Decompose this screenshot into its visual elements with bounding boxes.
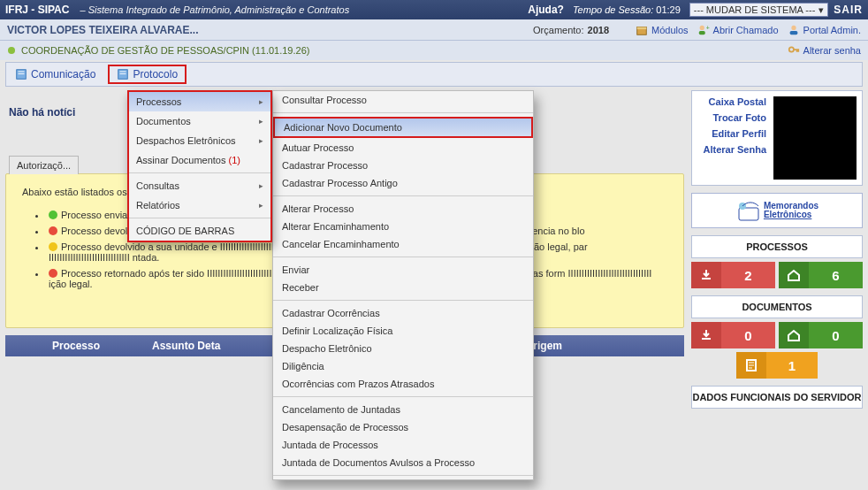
svg-text:+: + xyxy=(705,25,709,31)
mi-despacho-eletronico[interactable]: Despacho Eletrônico xyxy=(273,340,533,357)
book-icon xyxy=(15,68,27,80)
help-link[interactable]: Ajuda? xyxy=(528,4,564,16)
mi-cancelamento-juntadas[interactable]: Cancelamento de Juntadas xyxy=(273,401,533,418)
home-icon xyxy=(779,322,809,348)
mi-receber[interactable]: Receber xyxy=(273,279,533,296)
link-editar-perfil[interactable]: Editar Perfil xyxy=(697,128,766,139)
link-caixa-postal[interactable]: Caixa Postal xyxy=(697,96,766,107)
home-icon xyxy=(779,262,809,288)
modules-link[interactable]: Módulos xyxy=(636,24,689,36)
chevron-right-icon: ▸ xyxy=(259,97,263,106)
key-icon xyxy=(788,43,800,57)
status-dot-red2-icon xyxy=(49,269,57,278)
submenu-relatorios[interactable]: Relatórios▸ xyxy=(129,195,270,215)
protocolo-submenu: Processos▸ Documentos▸ Despachos Eletrôn… xyxy=(127,90,272,242)
submenu-despachos[interactable]: Despachos Eletrônicos▸ xyxy=(129,131,270,150)
mi-alterar-processo[interactable]: Alterar Processo xyxy=(273,200,533,218)
logout-link[interactable]: SAIR xyxy=(834,4,863,16)
svg-rect-10 xyxy=(19,72,25,73)
svg-point-5 xyxy=(791,25,796,29)
svg-rect-11 xyxy=(19,73,25,74)
chevron-right-icon: ▸ xyxy=(259,117,263,126)
svg-rect-14 xyxy=(120,73,126,74)
mi-juntada-processos[interactable]: Juntada de Processos xyxy=(273,436,533,454)
menu-comunicacao[interactable]: Comunicação xyxy=(8,66,103,82)
svg-rect-1 xyxy=(637,27,647,29)
stat-processes-home[interactable]: 6 xyxy=(779,262,863,288)
session-label: Tempo de Sessão: 01:29 xyxy=(573,4,681,15)
user-plus-icon: + xyxy=(697,24,710,36)
brand-label: IFRJ - SIPAC xyxy=(5,4,69,16)
memorandos-box[interactable]: Memorandos Eletrônicos xyxy=(691,193,863,228)
processos-submenu: Consultar Processo Adicionar Novo Docume… xyxy=(272,90,534,480)
top-bar: IFRJ - SIPAC – Sistema Integrado de Patr… xyxy=(0,0,868,19)
subheader-user: VICTOR LOPES TEIXEIRA ALVARAE... Orçamen… xyxy=(0,19,868,41)
system-switch-dropdown[interactable]: --- MUDAR DE SISTEMA --- ▾ xyxy=(689,3,829,17)
mi-ocorrencias-prazos[interactable]: Ocorrências com Prazos Atrasados xyxy=(273,375,533,393)
mi-alterar-encaminhamento[interactable]: Alterar Encaminhamento xyxy=(273,218,533,235)
mi-enviar[interactable]: Enviar xyxy=(273,261,533,279)
memo-icon xyxy=(735,197,762,224)
svg-rect-6 xyxy=(789,30,797,34)
brand-subtitle: – Sistema Integrado de Patrimônio, Admin… xyxy=(80,4,349,15)
link-alterar-senha[interactable]: Alterar Senha xyxy=(697,144,766,155)
avatar xyxy=(773,96,857,180)
budget-label: Orçamento: xyxy=(533,25,583,35)
menu-protocolo[interactable]: Protocolo xyxy=(108,65,187,84)
mi-cadastrar-ocorrencias[interactable]: Cadastrar Ocorrências xyxy=(273,304,533,322)
submenu-processos[interactable]: Processos▸ xyxy=(129,92,270,111)
budget-year: 2018 xyxy=(588,25,609,35)
mi-diligencia[interactable]: Diligência xyxy=(273,357,533,375)
chevron-right-icon: ▸ xyxy=(259,201,263,210)
mi-cadastrar-processo-antigo[interactable]: Cadastrar Processo Antigo xyxy=(273,174,533,192)
mi-definir-localizacao[interactable]: Definir Localização Física xyxy=(273,322,533,340)
submenu-documentos[interactable]: Documentos▸ xyxy=(129,111,270,131)
stat-docs-home[interactable]: 0 xyxy=(779,322,863,348)
subheader-unit: COORDENAÇÃO DE GESTÃO DE PESSOAS/CPIN (1… xyxy=(0,41,868,60)
status-dot-red-icon xyxy=(49,226,57,235)
admin-icon xyxy=(788,24,800,36)
document-icon xyxy=(736,352,766,379)
stat-docs-in[interactable]: 0 xyxy=(691,322,775,348)
profile-box: Caixa Postal Trocar Foto Editar Perfil A… xyxy=(691,90,863,186)
svg-point-8 xyxy=(788,47,793,51)
section-documentos-title: DOCUMENTOS xyxy=(691,295,863,318)
unit-icon xyxy=(7,46,16,55)
section-processos-title: PROCESSOS xyxy=(691,235,863,258)
link-trocar-foto[interactable]: Trocar Foto xyxy=(697,112,766,123)
svg-rect-17 xyxy=(739,208,758,220)
user-name: VICTOR LOPES TEIXEIRA ALVARAE... xyxy=(7,24,198,36)
book2-icon xyxy=(117,68,129,80)
chevron-right-icon: ▸ xyxy=(259,181,263,190)
mi-adicionar-novo-documento[interactable]: Adicionar Novo Documento xyxy=(273,117,533,138)
svg-point-2 xyxy=(699,25,704,29)
mi-consultar-processo[interactable]: Consultar Processo xyxy=(273,91,533,109)
stat-pending[interactable]: 1 xyxy=(736,352,818,379)
svg-point-7 xyxy=(8,47,15,54)
change-password-link[interactable]: Alterar senha xyxy=(788,43,861,57)
portal-admin-link[interactable]: Portal Admin. xyxy=(788,24,861,36)
section-dados-title: DADOS FUNCIONAIS DO SERVIDOR xyxy=(691,386,863,409)
open-ticket-link[interactable]: + Abrir Chamado xyxy=(697,24,779,36)
submenu-codigo-barras[interactable]: CÓDIGO DE BARRAS xyxy=(129,221,270,241)
svg-rect-13 xyxy=(120,72,126,73)
menu-strip: Comunicação Protocolo xyxy=(5,62,863,87)
unit-label: COORDENAÇÃO DE GESTÃO DE PESSOAS/CPIN (1… xyxy=(21,45,309,56)
tab-autorizacoes[interactable]: Autorizaçõ... xyxy=(9,156,79,174)
mi-cadastrar-processo[interactable]: Cadastrar Processo xyxy=(273,157,533,174)
mi-desapensacao[interactable]: Desapensação de Processos xyxy=(273,418,533,436)
th-origem: Origem xyxy=(525,340,684,352)
mi-cancelar-encaminhamento[interactable]: Cancelar Encaminhamento xyxy=(273,235,533,253)
chevron-right-icon: ▸ xyxy=(259,136,263,145)
download-icon xyxy=(691,262,721,288)
svg-rect-3 xyxy=(698,30,704,34)
package-icon xyxy=(636,24,648,36)
download-icon xyxy=(691,322,721,348)
mi-autuar-processo[interactable]: Autuar Processo xyxy=(273,139,533,157)
status-dot-green-icon xyxy=(49,211,57,219)
mi-juntada-documentos[interactable]: Juntada de Documentos Avulsos a Processo xyxy=(273,454,533,471)
stat-processes-in[interactable]: 2 xyxy=(691,262,775,288)
th-processo: Processo xyxy=(5,340,147,352)
submenu-consultas[interactable]: Consultas▸ xyxy=(129,176,270,195)
submenu-assinar[interactable]: Assinar Documentos (1) xyxy=(129,150,270,170)
